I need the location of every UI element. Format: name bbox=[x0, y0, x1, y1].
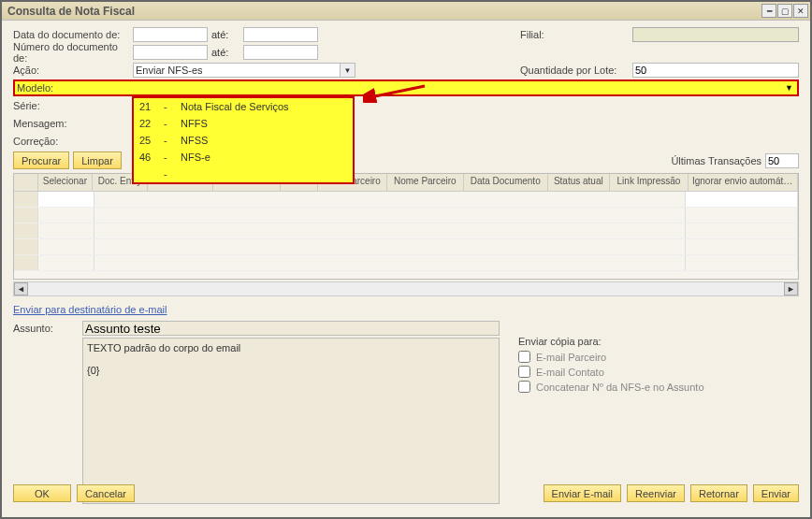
table-row[interactable] bbox=[14, 239, 798, 255]
modelo-option[interactable]: 21 - Nota Fiscal de Serviços bbox=[134, 98, 353, 115]
scroll-right-icon[interactable]: ► bbox=[784, 282, 798, 296]
input-qlote[interactable] bbox=[632, 63, 799, 78]
option-dash: - bbox=[164, 168, 181, 180]
maximize-button[interactable]: ▢ bbox=[777, 4, 792, 18]
option-name: NFS-e bbox=[181, 151, 210, 163]
email-area: Assunto: TEXTO padrão do corpo do email … bbox=[13, 321, 799, 504]
select-modelo[interactable]: ▼ bbox=[133, 81, 795, 94]
col-data-documento[interactable]: Data Documento bbox=[464, 174, 548, 191]
option-dash: - bbox=[164, 118, 181, 129]
label-data-doc-ate: até: bbox=[211, 29, 239, 40]
label-num-doc-ate: até: bbox=[211, 47, 239, 58]
modelo-option[interactable]: 22 - NFFS bbox=[134, 115, 353, 132]
table-row[interactable] bbox=[14, 192, 798, 208]
email-left: Assunto: TEXTO padrão do corpo do email … bbox=[13, 321, 500, 504]
option-dash: - bbox=[164, 135, 181, 146]
email-body[interactable]: TEXTO padrão do corpo do email {0} bbox=[82, 338, 500, 504]
input-ultimas[interactable] bbox=[765, 153, 799, 168]
option-dash: - bbox=[164, 151, 181, 163]
option-name: NFSS bbox=[181, 135, 208, 146]
content: Data do documento de: até: Filial: Númer… bbox=[2, 21, 810, 510]
cancelar-button[interactable]: Cancelar bbox=[77, 484, 135, 502]
checkbox-contato[interactable] bbox=[518, 366, 530, 378]
window: Consulta de Nota Fiscal ━ ▢ ✕ Data do do… bbox=[0, 0, 812, 519]
email-body-line1: TEXTO padrão do corpo do email bbox=[87, 342, 495, 353]
row-correcao: Correção: bbox=[13, 133, 799, 150]
col-nome-parceiro[interactable]: Nome Parceiro bbox=[387, 174, 464, 191]
label-correcao: Correção: bbox=[13, 136, 133, 147]
chevron-down-icon: ▼ bbox=[340, 64, 355, 77]
callout-arrow bbox=[363, 80, 428, 103]
row-assunto: Assunto: bbox=[13, 321, 500, 336]
input-filial[interactable] bbox=[632, 27, 799, 42]
check-email-contato[interactable]: E-mail Contato bbox=[518, 366, 799, 378]
col-status[interactable]: Status atual bbox=[548, 174, 610, 191]
label-qlote: Quantidade por Lote: bbox=[520, 65, 632, 76]
modelo-option[interactable]: - bbox=[134, 166, 353, 182]
enviar-button[interactable]: Enviar bbox=[753, 484, 799, 502]
reenviar-button[interactable]: Reenviar bbox=[627, 484, 685, 502]
scroll-left-icon[interactable]: ◄ bbox=[14, 282, 28, 296]
results-grid: Selecionar Doc. Entry Número RPS Número … bbox=[13, 173, 799, 280]
check-email-parceiro[interactable]: E-mail Parceiro bbox=[518, 351, 799, 363]
row-acao: Ação: Enviar NFS-es ▼ Quantidade por Lot… bbox=[13, 62, 799, 79]
email-body-line2: {0} bbox=[87, 365, 495, 376]
input-num-doc-ate[interactable] bbox=[243, 45, 318, 60]
check-label: E-mail Parceiro bbox=[536, 352, 606, 363]
label-serie: Série: bbox=[13, 100, 133, 111]
label-acao: Ação: bbox=[13, 65, 133, 76]
table-row[interactable] bbox=[14, 208, 798, 223]
chevron-down-icon: ▼ bbox=[785, 83, 793, 93]
select-acao[interactable]: Enviar NFS-es ▼ bbox=[133, 63, 355, 78]
table-row[interactable] bbox=[14, 255, 798, 271]
select-acao-value: Enviar NFS-es bbox=[136, 65, 203, 76]
col-selecionar[interactable]: Selecionar bbox=[38, 174, 94, 191]
option-name: Nota Fiscal de Serviços bbox=[181, 101, 289, 112]
enviar-email-button[interactable]: Enviar E-mail bbox=[544, 484, 621, 502]
action-buttons: Procurar Limpar Últimas Transações bbox=[13, 151, 799, 169]
window-title: Consulta de Nota Fiscal bbox=[4, 5, 135, 18]
modelo-dropdown: 21 - Nota Fiscal de Serviços 22 - NFFS 2… bbox=[132, 96, 355, 184]
label-copia: Enviar cópia para: bbox=[518, 336, 799, 347]
checkbox-parceiro[interactable] bbox=[518, 351, 530, 363]
option-dash: - bbox=[164, 101, 181, 112]
minimize-button[interactable]: ━ bbox=[761, 4, 776, 18]
limpar-button[interactable]: Limpar bbox=[73, 151, 122, 169]
label-assunto: Assunto: bbox=[13, 323, 79, 334]
option-code: 46 bbox=[139, 151, 164, 163]
procurar-button[interactable]: Procurar bbox=[13, 151, 69, 169]
titlebar: Consulta de Nota Fiscal ━ ▢ ✕ bbox=[2, 2, 810, 21]
option-code: 21 bbox=[139, 101, 164, 112]
option-code: 22 bbox=[139, 118, 164, 129]
email-right: Enviar cópia para: E-mail Parceiro E-mai… bbox=[518, 321, 799, 504]
input-assunto[interactable] bbox=[82, 321, 500, 336]
label-modelo: Modelo: bbox=[17, 82, 133, 94]
grid-scrollbar[interactable]: ◄ ► bbox=[13, 281, 799, 296]
close-button[interactable]: ✕ bbox=[793, 4, 808, 18]
input-data-doc-ate[interactable] bbox=[243, 27, 318, 42]
check-concat[interactable]: Concatenar Nº da NFS-e no Assunto bbox=[518, 381, 799, 393]
label-ultimas: Últimas Transações bbox=[671, 155, 761, 166]
col-corner bbox=[14, 174, 38, 191]
ok-button[interactable]: OK bbox=[13, 484, 71, 502]
input-num-doc-de[interactable] bbox=[133, 45, 208, 60]
window-controls: ━ ▢ ✕ bbox=[761, 4, 808, 18]
option-name: NFFS bbox=[181, 118, 208, 129]
input-data-doc-de[interactable] bbox=[133, 27, 208, 42]
retornar-button[interactable]: Retornar bbox=[690, 484, 747, 502]
checkbox-concat[interactable] bbox=[518, 381, 530, 393]
label-data-doc-de: Data do documento de: bbox=[13, 29, 133, 40]
table-row[interactable] bbox=[14, 223, 798, 239]
modelo-option[interactable]: 25 - NFSS bbox=[134, 132, 353, 149]
email-section-link[interactable]: Enviar para destinatário de e-mail bbox=[13, 304, 167, 315]
option-code: 25 bbox=[139, 135, 164, 146]
label-filial: Filial: bbox=[520, 29, 632, 40]
svg-line-0 bbox=[370, 86, 425, 97]
col-ignorar-envio[interactable]: Ignorar envio automático? bbox=[689, 174, 798, 191]
modelo-option[interactable]: 46 - NFS-e bbox=[134, 149, 353, 166]
footer: OK Cancelar Enviar E-mail Reenviar Retor… bbox=[13, 484, 799, 502]
col-link-impressao[interactable]: Link Impressão bbox=[610, 174, 689, 191]
row-mensagem: Mensagem: bbox=[13, 115, 799, 132]
row-numero-documento: Número do documento de: até: bbox=[13, 44, 799, 61]
check-label: Concatenar Nº da NFS-e no Assunto bbox=[536, 382, 704, 393]
